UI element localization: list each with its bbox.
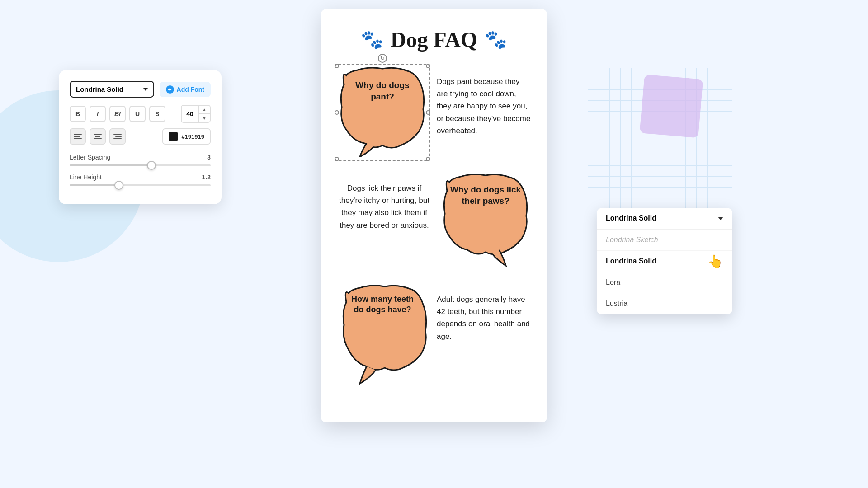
bold-italic-button[interactable]: BI [109,106,126,122]
format-buttons-row: B I BI U S 40 ▲ ▼ [70,105,211,123]
faq-row-1: ↻ Why do dogs pant? Dogs pant because th… [337,66,531,159]
line-height-thumb[interactable] [114,181,123,190]
faq-row-3: How many teeth do dogs have? Adult dogs … [337,284,531,390]
bold-button[interactable]: B [70,106,86,122]
color-picker[interactable]: #191919 [162,128,211,145]
letter-spacing-label-row: Letter Spacing 3 [70,154,211,161]
letter-spacing-section: Letter Spacing 3 [70,154,211,166]
resize-handle-tl[interactable] [335,64,339,68]
align-right-icon [113,134,122,139]
align-row: #191919 [70,128,211,145]
bubble-text-2: Why do dogs lick their paws? [449,184,522,206]
add-font-label: Add Font [177,86,204,93]
poster-container: 🐾 Dog FAQ 🐾 ↻ Why do dogs pant? [321,9,547,479]
color-swatch [169,132,178,141]
font-list-item-lustria[interactable]: Lustria [597,293,732,314]
font-list-item-londrina-sketch[interactable]: Londrina Sketch [597,230,732,251]
poster: 🐾 Dog FAQ 🐾 ↻ Why do dogs pant? [321,9,547,422]
faq-answer-2: Dogs lick their paws if they're itchy or… [337,173,431,231]
font-dropdown[interactable]: Londrina Solid [70,81,154,98]
background-purple-square [640,75,703,138]
resize-handle-bl[interactable] [335,157,339,161]
rotate-handle[interactable]: ↻ [378,54,387,63]
add-font-button[interactable]: + Add Font [160,82,211,97]
resize-handle-br[interactable] [426,157,430,161]
font-size-control: 40 ▲ ▼ [181,105,211,123]
align-right-button[interactable] [109,128,126,145]
dropdown-arrow-icon [143,88,148,91]
paw-left-icon: 🐾 [361,29,383,50]
paw-right-icon: 🐾 [485,29,507,50]
font-list-panel: Londrina Solid Londrina Sketch Londrina … [597,208,732,314]
cursor-hand-icon: 👆 [708,254,723,269]
font-list-header[interactable]: Londrina Solid [597,208,732,230]
line-height-label-row: Line Height 1.2 [70,174,211,181]
letter-spacing-fill [70,164,151,166]
font-dropdown-arrow-icon [718,217,723,220]
speech-bubble-1[interactable]: ↻ Why do dogs pant? [337,66,428,159]
text-formatting-panel: Londrina Solid + Add Font B I BI U S 40 … [59,70,222,204]
resize-handle-tr[interactable] [426,64,430,68]
letter-spacing-label: Letter Spacing [70,154,110,161]
line-height-label: Line Height [70,174,102,181]
line-height-value: 1.2 [202,174,211,181]
font-size-up-button[interactable]: ▲ [199,106,210,114]
poster-title-text: Dog FAQ [391,27,477,52]
bubble-text-1: Why do dogs pant? [346,80,419,102]
font-list-item-londrina-solid[interactable]: Londrina Solid 👆 [597,251,732,272]
resize-handle-mr[interactable] [426,110,430,115]
font-list-item-label: Londrina Solid [606,257,656,265]
align-left-icon [74,134,82,139]
align-center-button[interactable] [90,128,106,145]
resize-handle-ml[interactable] [335,110,339,115]
line-height-section: Line Height 1.2 [70,174,211,186]
italic-button[interactable]: I [90,106,106,122]
font-name: Londrina Solid [76,85,123,93]
color-hex-value: #191919 [181,133,204,140]
letter-spacing-thumb[interactable] [147,161,156,170]
faq-answer-3: Adult dogs generally have 42 teeth, but … [437,284,531,343]
strikethrough-button[interactable]: S [149,106,165,122]
letter-spacing-value: 3 [207,154,211,161]
font-list-item-lora[interactable]: Lora [597,272,732,293]
font-size-arrows: ▲ ▼ [198,106,210,122]
speech-bubble-2[interactable]: Why do dogs lick their paws? [440,173,531,270]
align-center-icon [94,134,102,139]
add-font-plus-icon: + [166,85,174,94]
line-height-track[interactable] [70,184,211,186]
faq-row-2: Why do dogs lick their paws? Dogs lick t… [337,173,531,270]
font-size-down-button[interactable]: ▼ [199,114,210,122]
font-size-value: 40 [182,110,198,117]
letter-spacing-track[interactable] [70,164,211,166]
font-list-selected: Londrina Solid [606,214,656,222]
speech-bubble-3[interactable]: How many teeth do dogs have? [337,284,428,390]
faq-answer-1: Dogs pant because they are trying to coo… [437,66,531,137]
font-selector-row: Londrina Solid + Add Font [70,81,211,98]
bubble-text-3: How many teeth do dogs have? [345,294,420,315]
poster-title: 🐾 Dog FAQ 🐾 [337,27,531,52]
line-height-fill [70,184,119,186]
underline-button[interactable]: U [129,106,146,122]
align-left-button[interactable] [70,128,86,145]
